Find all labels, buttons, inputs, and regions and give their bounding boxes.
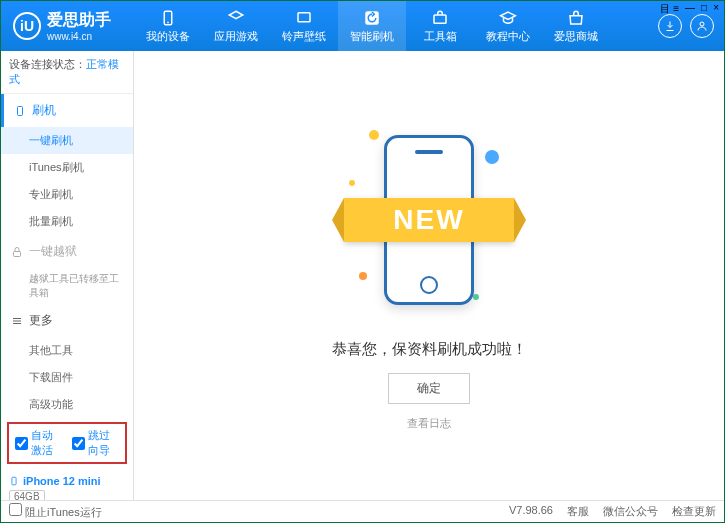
svg-rect-6 xyxy=(18,106,23,115)
close-btn[interactable]: × xyxy=(713,2,719,16)
success-illustration: NEW xyxy=(349,120,509,320)
footer-link-support[interactable]: 客服 xyxy=(567,504,589,519)
nav-toolbox[interactable]: 工具箱 xyxy=(406,1,474,51)
window-controls: 目 ≡ — □ × xyxy=(660,2,719,16)
refresh-icon xyxy=(363,9,381,27)
skip-guide-checkbox[interactable]: 跳过向导 xyxy=(72,428,119,458)
footer-link-wechat[interactable]: 微信公众号 xyxy=(603,504,658,519)
wallpaper-icon xyxy=(295,9,313,27)
ok-button[interactable]: 确定 xyxy=(388,373,470,404)
nav-tutorial[interactable]: 教程中心 xyxy=(474,1,542,51)
success-message: 恭喜您，保资料刷机成功啦！ xyxy=(332,340,527,359)
footer: 阻止iTunes运行 V7.98.66 客服 微信公众号 检查更新 xyxy=(1,500,724,522)
top-nav: 我的设备 应用游戏 铃声壁纸 智能刷机 工具箱 教程中心 爱思商城 xyxy=(134,1,648,51)
sidebar-item-itunes-flash[interactable]: iTunes刷机 xyxy=(1,154,133,181)
logo: iU 爱思助手 www.i4.cn xyxy=(1,10,134,42)
maximize-btn[interactable]: □ xyxy=(701,2,707,16)
user-button[interactable] xyxy=(690,14,714,38)
minimize-btn[interactable]: — xyxy=(685,2,695,16)
block-itunes-checkbox[interactable]: 阻止iTunes运行 xyxy=(9,503,102,520)
device-name: iPhone 12 mini xyxy=(9,474,125,488)
header: iU 爱思助手 www.i4.cn 我的设备 应用游戏 铃声壁纸 智能刷机 工具… xyxy=(1,1,724,51)
device-info[interactable]: iPhone 12 mini 64GB Down-12mini-13,1 xyxy=(1,468,133,500)
view-log-link[interactable]: 查看日志 xyxy=(407,416,451,431)
new-banner: NEW xyxy=(344,198,514,242)
svg-rect-2 xyxy=(298,12,310,21)
graduation-icon xyxy=(499,9,517,27)
sidebar-item-advanced[interactable]: 高级功能 xyxy=(1,391,133,418)
version-label: V7.98.66 xyxy=(509,504,553,519)
nav-my-device[interactable]: 我的设备 xyxy=(134,1,202,51)
logo-icon: iU xyxy=(13,12,41,40)
section-flash[interactable]: 刷机 xyxy=(1,94,133,127)
app-icon xyxy=(227,9,245,27)
sidebar-item-batch-flash[interactable]: 批量刷机 xyxy=(1,208,133,235)
sidebar-item-oneclick-flash[interactable]: 一键刷机 xyxy=(1,127,133,154)
app-name: 爱思助手 xyxy=(47,10,111,31)
section-jailbreak[interactable]: 一键越狱 xyxy=(1,235,133,268)
toolbox-icon xyxy=(431,9,449,27)
main-content: NEW 恭喜您，保资料刷机成功啦！ 确定 查看日志 xyxy=(134,51,724,500)
footer-link-update[interactable]: 检查更新 xyxy=(672,504,716,519)
svg-rect-4 xyxy=(434,15,446,23)
lock-icon xyxy=(11,246,23,258)
phone-icon xyxy=(9,474,19,488)
download-button[interactable] xyxy=(658,14,682,38)
section-more[interactable]: 更多 xyxy=(1,304,133,337)
sidebar-item-other-tools[interactable]: 其他工具 xyxy=(1,337,133,364)
jailbreak-note: 越狱工具已转移至工具箱 xyxy=(1,268,133,304)
store-icon xyxy=(567,9,585,27)
sidebar: 设备连接状态：正常模式 刷机 一键刷机 iTunes刷机 专业刷机 批量刷机 一… xyxy=(1,51,134,500)
app-url: www.i4.cn xyxy=(47,31,111,42)
menu-icon xyxy=(11,315,23,327)
svg-point-5 xyxy=(700,22,704,26)
nav-apps[interactable]: 应用游戏 xyxy=(202,1,270,51)
sidebar-item-download-firmware[interactable]: 下载固件 xyxy=(1,364,133,391)
phone-icon xyxy=(14,105,26,117)
svg-rect-3 xyxy=(365,11,379,25)
auto-activate-checkbox[interactable]: 自动激活 xyxy=(15,428,62,458)
device-capacity: 64GB xyxy=(9,490,45,500)
nav-store[interactable]: 爱思商城 xyxy=(542,1,610,51)
svg-rect-11 xyxy=(12,477,16,485)
nav-ringtone[interactable]: 铃声壁纸 xyxy=(270,1,338,51)
sys-btn[interactable]: 目 ≡ xyxy=(660,2,679,16)
nav-flash[interactable]: 智能刷机 xyxy=(338,1,406,51)
download-icon xyxy=(664,20,676,32)
phone-icon xyxy=(159,9,177,27)
sidebar-item-pro-flash[interactable]: 专业刷机 xyxy=(1,181,133,208)
svg-rect-7 xyxy=(14,251,21,256)
connection-status: 设备连接状态：正常模式 xyxy=(1,51,133,94)
checkbox-row: 自动激活 跳过向导 xyxy=(7,422,127,464)
user-icon xyxy=(696,20,708,32)
